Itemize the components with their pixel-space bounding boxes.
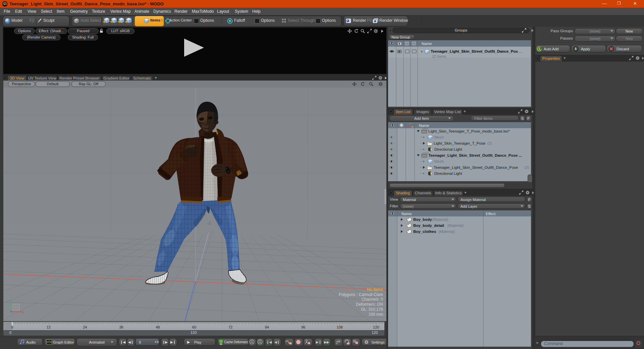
svg-text:+: +: [421, 49, 423, 54]
svg-text:Mesh: Mesh: [434, 135, 444, 139]
svg-text:84: 84: [265, 325, 269, 329]
svg-text:36: 36: [119, 325, 123, 329]
svg-text:12: 12: [47, 325, 51, 329]
svg-text:Channels: 0: Channels: 0: [362, 297, 383, 302]
svg-text:-Z: -Z: [207, 221, 211, 225]
svg-text:Teenager_Light_Skin_Street_Out: Teenager_Light_Skin_Street_Outfit_Dance_…: [434, 165, 518, 169]
svg-text:Teenager_Light_Skin_Street_Out: Teenager_Light_Skin_Street_Outfit_Dance_…: [431, 49, 522, 53]
svg-text:(Material): (Material): [447, 223, 464, 228]
svg-text:24: 24: [83, 325, 87, 329]
svg-text:Name: Name: [422, 42, 432, 46]
svg-text:(Material): (Material): [432, 217, 448, 221]
svg-text:Deformers: ON: Deformers: ON: [356, 302, 383, 307]
svg-text:Boy_body: Boy_body: [413, 217, 432, 221]
svg-text:Teenager_Light_Skin_Street_Out: Teenager_Light_Skin_Street_Outfit_Dance_…: [428, 153, 522, 157]
svg-text:48: 48: [156, 325, 160, 329]
svg-text:60: 60: [192, 325, 196, 329]
svg-text:Directional Light: Directional Light: [434, 171, 462, 176]
svg-text:Mesh: Mesh: [434, 159, 444, 163]
svg-text:GL: 310,176: GL: 310,176: [361, 307, 383, 312]
svg-text:Light_Skin_Teenager_T_Pose_mod: Light_Skin_Teenager_T_Pose_modo_base.lxo…: [428, 129, 510, 133]
svg-text:96: 96: [301, 325, 305, 329]
svg-text:22 Items: 22 Items: [432, 54, 446, 58]
svg-text:(Material): (Material): [439, 230, 455, 234]
svg-text:Name: Name: [419, 123, 429, 128]
svg-text:(2): (2): [525, 165, 529, 169]
svg-text:Effect: Effect: [486, 212, 496, 216]
svg-text:No Items: No Items: [367, 287, 383, 292]
svg-text:100 mm: 100 mm: [369, 312, 383, 317]
svg-text:Light_Skin_Teenager_T_Pose: Light_Skin_Teenager_T_Pose: [434, 141, 485, 145]
svg-text:X: X: [22, 310, 24, 314]
svg-text:Name: Name: [401, 212, 412, 216]
svg-text:108: 108: [337, 325, 343, 329]
svg-text:Polygons : Catmull-Clark: Polygons : Catmull-Clark: [339, 292, 383, 297]
svg-text:Boy_body_detail: Boy_body_detail: [413, 223, 444, 228]
svg-text:Boy_clothes: Boy_clothes: [413, 230, 436, 234]
svg-text:72: 72: [228, 325, 232, 329]
svg-text:(2): (2): [487, 141, 492, 145]
svg-text:Directional Light: Directional Light: [434, 147, 462, 151]
svg-text:120: 120: [373, 325, 379, 329]
svg-text:Y: Y: [10, 299, 12, 302]
